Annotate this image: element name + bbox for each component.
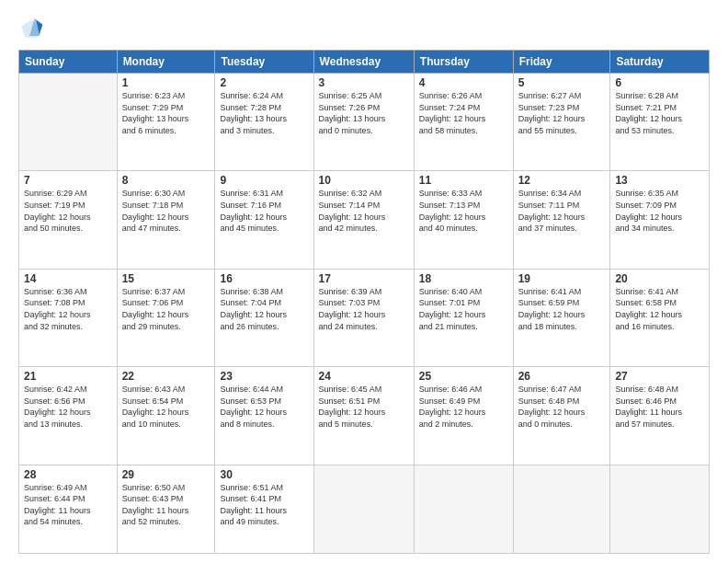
week-row-3: 14Sunrise: 6:36 AM Sunset: 7:08 PM Dayli… [19,269,710,366]
day-info: Sunrise: 6:31 AM Sunset: 7:16 PM Dayligh… [220,188,308,234]
day-info: Sunrise: 6:25 AM Sunset: 7:26 PM Dayligh… [319,90,409,136]
day-info: Sunrise: 6:46 AM Sunset: 6:49 PM Dayligh… [419,384,508,430]
day-number: 26 [518,370,606,383]
day-number: 9 [220,174,308,187]
day-info: Sunrise: 6:48 AM Sunset: 6:46 PM Dayligh… [615,384,704,430]
header-row: SundayMondayTuesdayWednesdayThursdayFrid… [19,51,710,74]
day-number: 6 [615,76,704,89]
day-info: Sunrise: 6:51 AM Sunset: 6:41 PM Dayligh… [220,482,308,528]
calendar-cell: 19Sunrise: 6:41 AM Sunset: 6:59 PM Dayli… [513,269,610,366]
calendar-cell: 7Sunrise: 6:29 AM Sunset: 7:19 PM Daylig… [19,171,118,269]
day-info: Sunrise: 6:40 AM Sunset: 7:01 PM Dayligh… [419,286,508,332]
day-info: Sunrise: 6:29 AM Sunset: 7:19 PM Dayligh… [24,188,112,234]
calendar-cell: 26Sunrise: 6:47 AM Sunset: 6:48 PM Dayli… [513,367,610,465]
calendar-cell: 3Sunrise: 6:25 AM Sunset: 7:26 PM Daylig… [313,74,414,171]
day-number: 17 [319,272,409,285]
calendar-cell [610,465,710,553]
calendar-cell: 20Sunrise: 6:41 AM Sunset: 6:58 PM Dayli… [610,269,710,366]
day-number: 16 [220,272,308,285]
logo-icon [18,17,44,42]
day-info: Sunrise: 6:35 AM Sunset: 7:09 PM Dayligh… [615,188,704,234]
day-number: 13 [615,174,704,187]
calendar-cell: 4Sunrise: 6:26 AM Sunset: 7:24 PM Daylig… [414,74,513,171]
day-info: Sunrise: 6:50 AM Sunset: 6:43 PM Dayligh… [122,482,210,528]
calendar-cell: 14Sunrise: 6:36 AM Sunset: 7:08 PM Dayli… [19,269,118,366]
calendar: SundayMondayTuesdayWednesdayThursdayFrid… [18,50,710,554]
calendar-cell: 25Sunrise: 6:46 AM Sunset: 6:49 PM Dayli… [414,367,513,465]
calendar-cell [414,465,513,553]
day-info: Sunrise: 6:38 AM Sunset: 7:04 PM Dayligh… [220,286,308,332]
day-info: Sunrise: 6:24 AM Sunset: 7:28 PM Dayligh… [220,90,308,136]
col-header-wednesday: Wednesday [313,51,414,74]
day-number: 3 [319,76,409,89]
day-info: Sunrise: 6:30 AM Sunset: 7:18 PM Dayligh… [122,188,210,234]
day-info: Sunrise: 6:44 AM Sunset: 6:53 PM Dayligh… [220,384,308,430]
day-info: Sunrise: 6:32 AM Sunset: 7:14 PM Dayligh… [319,188,409,234]
day-number: 25 [419,370,508,383]
calendar-cell: 21Sunrise: 6:42 AM Sunset: 6:56 PM Dayli… [19,367,118,465]
day-info: Sunrise: 6:47 AM Sunset: 6:48 PM Dayligh… [518,384,606,430]
day-info: Sunrise: 6:39 AM Sunset: 7:03 PM Dayligh… [319,286,409,332]
col-header-saturday: Saturday [610,51,710,74]
day-number: 7 [24,174,112,187]
calendar-cell: 24Sunrise: 6:45 AM Sunset: 6:51 PM Dayli… [313,367,414,465]
calendar-cell: 2Sunrise: 6:24 AM Sunset: 7:28 PM Daylig… [215,74,313,171]
day-info: Sunrise: 6:36 AM Sunset: 7:08 PM Dayligh… [24,286,112,332]
day-number: 15 [122,272,210,285]
day-number: 11 [419,174,508,187]
day-info: Sunrise: 6:41 AM Sunset: 6:59 PM Dayligh… [518,286,606,332]
day-info: Sunrise: 6:33 AM Sunset: 7:13 PM Dayligh… [419,188,508,234]
day-number: 29 [122,468,210,481]
day-info: Sunrise: 6:37 AM Sunset: 7:06 PM Dayligh… [122,286,210,332]
calendar-cell: 27Sunrise: 6:48 AM Sunset: 6:46 PM Dayli… [610,367,710,465]
day-number: 4 [419,76,508,89]
calendar-cell: 28Sunrise: 6:49 AM Sunset: 6:44 PM Dayli… [19,465,118,553]
day-info: Sunrise: 6:27 AM Sunset: 7:23 PM Dayligh… [518,90,606,136]
day-number: 21 [24,370,112,383]
calendar-cell: 17Sunrise: 6:39 AM Sunset: 7:03 PM Dayli… [313,269,414,366]
col-header-friday: Friday [513,51,610,74]
col-header-monday: Monday [117,51,215,74]
day-number: 12 [518,174,606,187]
calendar-cell: 5Sunrise: 6:27 AM Sunset: 7:23 PM Daylig… [513,74,610,171]
header [18,17,710,42]
calendar-cell: 16Sunrise: 6:38 AM Sunset: 7:04 PM Dayli… [215,269,313,366]
day-number: 20 [615,272,704,285]
calendar-cell: 22Sunrise: 6:43 AM Sunset: 6:54 PM Dayli… [117,367,215,465]
day-number: 8 [122,174,210,187]
calendar-cell: 6Sunrise: 6:28 AM Sunset: 7:21 PM Daylig… [610,74,710,171]
day-number: 28 [24,468,112,481]
calendar-cell: 12Sunrise: 6:34 AM Sunset: 7:11 PM Dayli… [513,171,610,269]
logo [18,17,48,42]
calendar-cell: 23Sunrise: 6:44 AM Sunset: 6:53 PM Dayli… [215,367,313,465]
calendar-cell: 1Sunrise: 6:23 AM Sunset: 7:29 PM Daylig… [117,74,215,171]
calendar-cell: 8Sunrise: 6:30 AM Sunset: 7:18 PM Daylig… [117,171,215,269]
calendar-cell: 15Sunrise: 6:37 AM Sunset: 7:06 PM Dayli… [117,269,215,366]
calendar-cell [313,465,414,553]
week-row-2: 7Sunrise: 6:29 AM Sunset: 7:19 PM Daylig… [19,171,710,269]
day-info: Sunrise: 6:45 AM Sunset: 6:51 PM Dayligh… [319,384,409,430]
week-row-5: 28Sunrise: 6:49 AM Sunset: 6:44 PM Dayli… [19,465,710,553]
calendar-cell: 11Sunrise: 6:33 AM Sunset: 7:13 PM Dayli… [414,171,513,269]
calendar-cell: 13Sunrise: 6:35 AM Sunset: 7:09 PM Dayli… [610,171,710,269]
day-info: Sunrise: 6:34 AM Sunset: 7:11 PM Dayligh… [518,188,606,234]
day-info: Sunrise: 6:43 AM Sunset: 6:54 PM Dayligh… [122,384,210,430]
day-number: 23 [220,370,308,383]
calendar-cell [513,465,610,553]
week-row-1: 1Sunrise: 6:23 AM Sunset: 7:29 PM Daylig… [19,74,710,171]
page: SundayMondayTuesdayWednesdayThursdayFrid… [0,0,728,563]
calendar-cell [19,74,118,171]
day-info: Sunrise: 6:49 AM Sunset: 6:44 PM Dayligh… [24,482,112,528]
day-number: 1 [122,76,210,89]
calendar-cell: 18Sunrise: 6:40 AM Sunset: 7:01 PM Dayli… [414,269,513,366]
day-number: 24 [319,370,409,383]
calendar-cell: 9Sunrise: 6:31 AM Sunset: 7:16 PM Daylig… [215,171,313,269]
day-number: 19 [518,272,606,285]
day-number: 27 [615,370,704,383]
col-header-thursday: Thursday [414,51,513,74]
day-info: Sunrise: 6:26 AM Sunset: 7:24 PM Dayligh… [419,90,508,136]
day-number: 30 [220,468,308,481]
day-info: Sunrise: 6:23 AM Sunset: 7:29 PM Dayligh… [122,90,210,136]
day-info: Sunrise: 6:41 AM Sunset: 6:58 PM Dayligh… [615,286,704,332]
day-number: 22 [122,370,210,383]
